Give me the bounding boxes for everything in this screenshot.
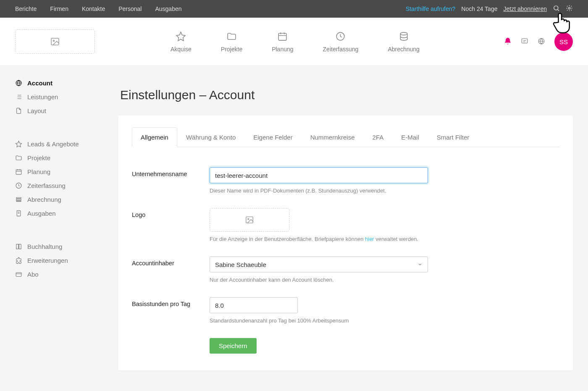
help-company: Dieser Name wird in PDF-Dokumenten (z.B.… bbox=[210, 188, 445, 194]
sidebar-item-abrechnung[interactable]: Abrechnung bbox=[15, 193, 118, 206]
puzzle-icon bbox=[15, 257, 22, 264]
label-owner: Accountinhaber bbox=[132, 256, 210, 283]
sidebar-item-leads-angebote[interactable]: Leads & Angebote bbox=[15, 137, 118, 151]
calendar-icon bbox=[15, 168, 22, 175]
globe-icon bbox=[15, 79, 22, 87]
sidebar-item-zeiterfassung[interactable]: Zeiterfassung bbox=[15, 179, 118, 193]
sidebar-item-layout[interactable]: Layout bbox=[15, 104, 118, 118]
topbar-link-firmen[interactable]: Firmen bbox=[50, 5, 68, 12]
database-icon bbox=[399, 31, 409, 42]
tab-e-mail[interactable]: E-Mail bbox=[392, 127, 428, 147]
gear-icon[interactable] bbox=[566, 5, 573, 13]
clock-icon bbox=[335, 31, 346, 42]
subscribe-link[interactable]: Jetzt abonnieren bbox=[503, 5, 547, 12]
topbar-link-berichte[interactable]: Berichte bbox=[15, 5, 37, 12]
chevron-down-icon bbox=[417, 262, 423, 267]
logo-upload[interactable] bbox=[210, 208, 289, 232]
tab-allgemein[interactable]: Allgemein bbox=[132, 127, 177, 147]
sidebar-item-abo[interactable]: Abo bbox=[15, 267, 118, 281]
sidebar-item-buchhaltung[interactable]: Buchhaltung bbox=[15, 240, 118, 254]
nav-zeiterfassung[interactable]: Zeiterfassung bbox=[323, 31, 359, 53]
settings-sidebar: AccountLeistungenLayoutLeads & AngeboteP… bbox=[0, 66, 118, 391]
start-help-link[interactable]: Starthilfe aufrufen? bbox=[406, 5, 455, 12]
header: AkquiseProjektePlanungZeiterfassungAbrec… bbox=[0, 18, 588, 66]
company-name-input[interactable] bbox=[210, 167, 428, 183]
clock-icon bbox=[15, 182, 22, 189]
base-hours-input[interactable] bbox=[210, 297, 298, 313]
label-company: Unternehmensname bbox=[132, 167, 210, 194]
tab-nummernkreise[interactable]: Nummernkreise bbox=[302, 127, 364, 147]
owner-select[interactable]: Sabine Schaeuble bbox=[210, 256, 428, 272]
sidebar-item-ausgaben[interactable]: Ausgaben bbox=[15, 206, 118, 220]
label-logo: Logo bbox=[132, 208, 210, 242]
image-icon bbox=[49, 37, 61, 47]
topbar: BerichteFirmenKontaktePersonalAusgaben S… bbox=[0, 0, 588, 18]
header-logo-placeholder[interactable] bbox=[15, 29, 95, 54]
file-icon bbox=[15, 107, 22, 114]
nav-abrechnung[interactable]: Abrechnung bbox=[388, 31, 420, 53]
tabs: AllgemeinWährung & KontoEigene FelderNum… bbox=[132, 127, 559, 147]
help-owner: Nur der Accountinhaber kann den Account … bbox=[210, 277, 445, 283]
settings-card: AllgemeinWährung & KontoEigene FelderNum… bbox=[118, 116, 573, 370]
avatar[interactable]: SS bbox=[554, 32, 573, 51]
sidebar-item-leistungen[interactable]: Leistungen bbox=[15, 90, 118, 104]
label-hours: Basisstunden pro Tag bbox=[132, 297, 210, 324]
page-title: Einstellungen – Account bbox=[120, 88, 573, 102]
tab-w-hrung-konto[interactable]: Währung & Konto bbox=[177, 127, 244, 147]
help-logo: Für die Anzeige in der Benutzeroberfläch… bbox=[210, 236, 445, 242]
calendar-icon bbox=[277, 31, 288, 42]
nav-planung[interactable]: Planung bbox=[272, 31, 293, 53]
tab-smart-filter[interactable]: Smart Filter bbox=[428, 127, 478, 147]
card-icon bbox=[15, 271, 22, 278]
sidebar-item-projekte[interactable]: Projekte bbox=[15, 151, 118, 165]
tab--fa[interactable]: 2FA bbox=[364, 127, 393, 147]
logo-help-link[interactable]: hier bbox=[365, 236, 374, 242]
topbar-link-ausgaben[interactable]: Ausgaben bbox=[155, 5, 181, 12]
trial-days: Noch 24 Tage bbox=[461, 5, 497, 12]
save-button[interactable]: Speichern bbox=[210, 338, 257, 354]
search-icon[interactable] bbox=[553, 5, 560, 13]
bell-icon[interactable] bbox=[504, 37, 512, 46]
help-hours: Standardstundenanzahl pro Tag bei 100% A… bbox=[210, 317, 445, 324]
sidebar-item-erweiterungen[interactable]: Erweiterungen bbox=[15, 254, 118, 267]
nav-akquise[interactable]: Akquise bbox=[171, 31, 192, 53]
chat-icon[interactable] bbox=[521, 37, 528, 46]
book-icon bbox=[15, 243, 22, 250]
globe-icon[interactable] bbox=[538, 37, 545, 46]
sidebar-item-account[interactable]: Account bbox=[15, 76, 118, 90]
nav-projekte[interactable]: Projekte bbox=[221, 31, 242, 53]
list-icon bbox=[15, 93, 22, 100]
star-icon bbox=[176, 31, 186, 42]
sidebar-item-planung[interactable]: Planung bbox=[15, 165, 118, 179]
receipt-icon bbox=[15, 210, 22, 217]
topbar-link-personal[interactable]: Personal bbox=[118, 5, 142, 12]
folder-icon bbox=[15, 154, 22, 161]
stack-icon bbox=[15, 196, 22, 203]
folder-icon bbox=[226, 31, 237, 42]
tab-eigene-felder[interactable]: Eigene Felder bbox=[244, 127, 301, 147]
image-icon bbox=[244, 215, 255, 225]
star-icon bbox=[15, 140, 22, 148]
topbar-link-kontakte[interactable]: Kontakte bbox=[82, 5, 105, 12]
